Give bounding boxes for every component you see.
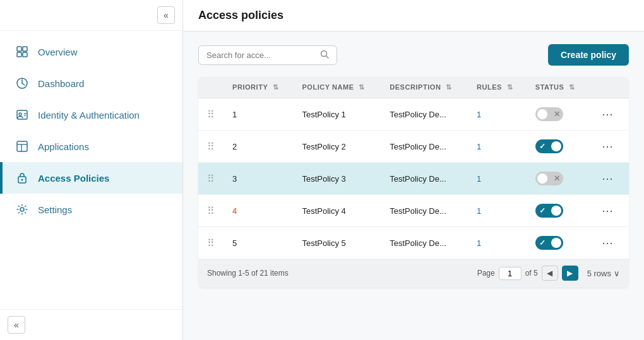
more-actions-button[interactable]: ⋯ (598, 235, 617, 251)
drag-handle-icon[interactable]: ⠿ (207, 109, 215, 120)
priority-value: 5 (232, 238, 237, 248)
toggle-knob (551, 141, 561, 151)
drag-handle-icon[interactable]: ⠿ (207, 238, 215, 249)
col-description[interactable]: DESCRIPTION ⇅ (381, 77, 468, 98)
svg-rect-2 (17, 52, 21, 57)
priority-cell: 3 (224, 163, 293, 195)
svg-rect-5 (17, 110, 27, 119)
rules-value: 1 (477, 142, 481, 151)
sidebar-item-settings[interactable]: Settings (0, 194, 182, 225)
applications-icon (15, 139, 29, 153)
rules-cell: 1 (468, 98, 527, 131)
search-input[interactable] (206, 50, 315, 60)
sidebar-item-dashboard[interactable]: Dashboard (0, 67, 182, 99)
table-row: ⠿ 3 TestPolicy 3 TestPolicy De... 1 ✕ (198, 163, 629, 195)
policy-name-sort-icon: ⇅ (359, 83, 365, 91)
description-value: TestPolicy De... (390, 174, 446, 184)
toggle-slider: ✓ (535, 204, 563, 218)
priority-cell: 4 (224, 195, 293, 227)
rules-value: 1 (477, 174, 481, 184)
drag-handle-icon[interactable]: ⠿ (207, 141, 215, 152)
table-row: ⠿ 4 TestPolicy 4 TestPolicy De... 1 ✓ (198, 195, 629, 227)
table-row: ⠿ 1 TestPolicy 1 TestPolicy De... 1 ✕ (198, 98, 629, 131)
policy-name-cell: TestPolicy 1 (293, 98, 381, 131)
x-icon: ✕ (554, 110, 560, 119)
svg-rect-3 (23, 52, 27, 57)
status-toggle[interactable]: ✕ (535, 172, 563, 185)
rules-cell: 1 (468, 163, 527, 195)
pagination-info: Showing 1-5 of 21 items (207, 269, 289, 278)
more-actions-button[interactable]: ⋯ (598, 170, 617, 187)
more-actions-button[interactable]: ⋯ (598, 138, 617, 155)
sidebar-item-overview[interactable]: Overview (0, 36, 182, 67)
rows-label: 5 rows (587, 269, 611, 278)
overview-icon (15, 45, 29, 59)
rows-per-page-select[interactable]: 5 rows ∨ (587, 269, 620, 278)
priority-value: 3 (232, 174, 237, 184)
sidebar-item-applications[interactable]: Applications (0, 131, 182, 162)
actions-cell: ⋯ (589, 195, 629, 227)
prev-page-button[interactable]: ◀ (542, 266, 558, 281)
create-policy-button[interactable]: Create policy (548, 44, 629, 66)
status-cell: ✓ (527, 227, 589, 259)
rules-cell: 1 (468, 195, 527, 227)
more-actions-button[interactable]: ⋯ (598, 202, 617, 219)
status-toggle[interactable]: ✓ (535, 236, 563, 250)
svg-rect-1 (23, 47, 27, 51)
drag-handle-icon[interactable]: ⠿ (207, 173, 215, 184)
col-actions (589, 77, 629, 98)
svg-rect-0 (17, 47, 21, 51)
rules-value: 1 (477, 110, 481, 119)
settings-icon (15, 202, 29, 216)
toolbar: Create policy (198, 44, 629, 66)
toggle-wrap: ✕ (535, 107, 580, 121)
svg-point-13 (21, 179, 23, 181)
toggle-knob (551, 238, 561, 248)
status-cell: ✓ (527, 195, 589, 227)
priority-cell: 1 (224, 98, 293, 131)
toggle-slider: ✓ (535, 139, 563, 153)
access-policies-icon (15, 171, 29, 185)
page-number-input[interactable] (499, 267, 522, 280)
status-cell: ✕ (527, 163, 589, 195)
sidebar-item-identity-auth[interactable]: Identity & Authentication (0, 99, 182, 131)
toggle-slider: ✓ (535, 236, 563, 250)
next-page-button[interactable]: ▶ (562, 266, 578, 281)
sidebar-item-access-policies[interactable]: Access Policies (0, 162, 182, 194)
col-rules[interactable]: RULES ⇅ (468, 77, 527, 98)
col-status[interactable]: STATUS ⇅ (527, 77, 589, 98)
chevron-down-icon: ∨ (614, 269, 620, 278)
drag-handle-icon[interactable]: ⠿ (207, 206, 215, 216)
sidebar-top-collapse-area: « (0, 0, 182, 31)
drag-cell: ⠿ (198, 195, 224, 227)
description-value: TestPolicy De... (390, 238, 446, 248)
drag-cell: ⠿ (198, 163, 224, 195)
more-actions-button[interactable]: ⋯ (598, 106, 617, 122)
policy-name-cell: TestPolicy 3 (293, 163, 381, 195)
status-toggle[interactable]: ✓ (535, 204, 563, 218)
drag-cell: ⠿ (198, 98, 224, 131)
page-header: Access policies (183, 0, 644, 32)
collapse-sidebar-button[interactable]: « (157, 6, 175, 24)
of-label: of 5 (525, 269, 538, 278)
description-cell: TestPolicy De... (381, 131, 468, 163)
page-title: Access policies (198, 9, 629, 22)
toggle-knob (537, 109, 547, 119)
description-value: TestPolicy De... (390, 110, 446, 119)
actions-cell: ⋯ (589, 131, 629, 163)
status-toggle[interactable]: ✕ (535, 107, 563, 121)
status-toggle[interactable]: ✓ (535, 139, 563, 153)
sidebar-item-label-access-policies: Access Policies (38, 173, 109, 184)
policy-name-value: TestPolicy 2 (302, 142, 345, 151)
collapse-sidebar-bottom-button[interactable]: « (8, 316, 25, 334)
priority-value: 2 (232, 142, 237, 151)
main-content: Create policy PRIORITY ⇅ POLICY NAME ⇅ D… (183, 32, 644, 340)
policy-name-value: TestPolicy 5 (302, 238, 345, 248)
svg-point-14 (20, 208, 24, 211)
status-sort-icon: ⇅ (569, 83, 575, 91)
main-content-area: Access policies Create policy PR (183, 0, 644, 340)
col-priority[interactable]: PRIORITY ⇅ (224, 77, 293, 98)
status-cell: ✕ (527, 98, 589, 131)
priority-value: 1 (232, 110, 237, 119)
col-policy-name[interactable]: POLICY NAME ⇅ (293, 77, 381, 98)
